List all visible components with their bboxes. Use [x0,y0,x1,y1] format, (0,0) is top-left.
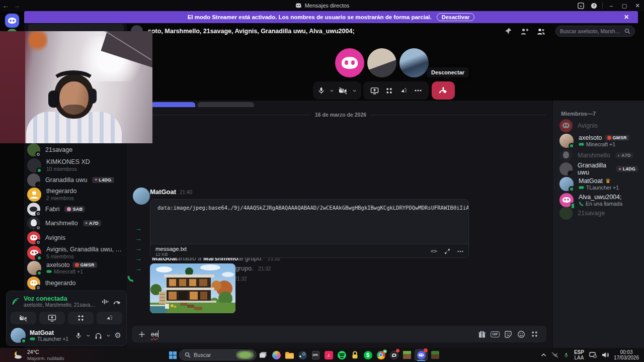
soundboard-button[interactable] [97,312,122,324]
password-lock-icon[interactable] [348,349,361,361]
emoji-icon[interactable] [515,330,527,338]
user-activity: TLauncher +1 [37,336,68,342]
language-indicator[interactable]: ESPLAA [574,349,584,361]
avatar [27,158,41,172]
file-explorer-icon[interactable] [283,349,296,361]
member-item[interactable]: Granadilla uwu ♥L4DG [556,162,641,176]
mic-icon[interactable] [317,86,325,95]
chrome-icon[interactable]: M [374,349,387,361]
dm-item[interactable]: Avignis [25,231,125,244]
soundwave-icon[interactable] [102,298,109,305]
tray-app-icon[interactable] [551,352,558,358]
activities-button[interactable] [68,312,94,324]
clock-date[interactable]: 00:0317/03/2026 [614,349,639,361]
network-icon[interactable] [589,352,597,358]
headphone-cup [48,90,59,108]
streamer-disable-button[interactable]: Desactivar [437,13,475,21]
attach-plus-icon[interactable] [138,330,146,338]
dm-item[interactable]: thegerardo2 miembros [25,186,125,203]
message-author[interactable]: MatGoat [150,188,176,196]
cash-app-icon[interactable]: $ [361,349,374,361]
user-avatar[interactable] [11,328,26,343]
dm-item[interactable]: KIMKONES XD10 miembros [25,157,125,173]
tray-mic-icon[interactable] [564,352,569,358]
image-attachment[interactable] [150,263,235,313]
spotify-icon[interactable] [335,349,348,361]
tiktok-icon[interactable]: ♪ [322,349,335,361]
more-options-icon[interactable] [415,89,422,92]
task-view-icon[interactable] [257,349,270,361]
sticker-icon[interactable] [502,330,514,338]
dm-item[interactable]: Avignis, Granadilla uwu, theger...5 miem… [25,244,125,261]
dm-name: thegerardo [46,188,76,195]
weather-widget[interactable]: 24°CMayorm. nublado [0,349,166,361]
discord-home-button[interactable] [5,14,19,28]
gift-icon[interactable] [476,330,488,338]
camera-off-button[interactable] [11,312,36,324]
activities-icon[interactable] [385,87,393,95]
call-avatar[interactable] [367,48,396,77]
pin-icon[interactable] [504,27,512,35]
chevron-down-icon[interactable] [86,333,91,338]
view-code-icon[interactable]: <> [431,248,437,254]
call-avatar[interactable] [335,48,364,77]
member-item[interactable]: axelsotoGMSR Minecraft +1 [556,132,641,149]
username[interactable]: MatGoat [30,329,71,336]
group-title[interactable]: soto, Marshmello, 21savage, Avignis, Gra… [148,28,355,35]
dm-item[interactable]: 21savage [25,143,125,156]
mic-icon[interactable] [75,332,82,339]
tab-pill-active[interactable] [151,102,195,107]
file-name[interactable]: message.txt [155,246,187,252]
discord-taskbar-icon[interactable] [415,349,428,361]
curtain [0,31,25,143]
composer-text[interactable]: ee [151,331,158,338]
headphones-icon[interactable] [95,332,102,339]
webcam-overlay[interactable] [0,31,152,143]
expand-icon[interactable] [444,248,450,254]
mic-camera-group [313,81,361,100]
hangup-icon[interactable] [113,298,121,306]
member-item[interactable]: Avignis [556,119,641,132]
message-composer[interactable]: ee GIF [132,326,546,342]
member-list-icon[interactable] [537,28,545,35]
member-item[interactable]: Marshmello ♦A7D [556,149,641,162]
minecraft-icon[interactable] [400,349,414,361]
obs-icon[interactable] [387,349,400,361]
dm-item[interactable]: Fabri SAB [25,202,125,216]
steam-icon[interactable] [296,349,309,361]
camera-off-icon[interactable] [339,87,348,95]
tlauncher-icon[interactable] [429,349,442,361]
more-options-icon[interactable] [457,250,463,252]
activities-icon[interactable] [528,330,540,338]
tab-pill[interactable] [198,102,254,107]
add-member-icon[interactable] [520,28,529,35]
banner-close-icon[interactable]: ✕ [624,14,629,21]
dm-item[interactable]: Marshmello ♦A7D [25,216,125,230]
member-item[interactable]: 21savage [556,206,641,220]
copilot-icon[interactable] [270,349,283,361]
call-avatar[interactable] [399,48,429,77]
dm-item[interactable]: axelsotoGMSR Minecraft +1 [25,259,125,276]
voice-status[interactable]: Voz conectada [24,295,98,302]
tray-expand-icon[interactable] [541,353,546,357]
screenshare-icon[interactable] [370,87,379,95]
soundboard-icon[interactable] [400,87,408,95]
disconnect-button[interactable] [432,81,455,100]
dm-item[interactable]: Granadilla uwu ♥L4DG [25,173,125,187]
volume-icon[interactable] [602,352,609,358]
screenshare-button[interactable] [39,312,65,324]
member-add-icon: → [127,235,150,242]
settings-gear-icon[interactable]: ⚙ [115,331,121,340]
message-avatar[interactable] [133,188,150,205]
member-item[interactable]: MatGoat♛ TLauncher +1 [556,175,641,192]
dm-item[interactable]: thegerardo [25,276,125,290]
chevron-down-icon[interactable] [352,88,357,93]
epic-games-icon[interactable]: EPIC [309,349,322,361]
taskbar-search[interactable]: Buscar [179,349,257,360]
chat-search-input[interactable]: Buscar axelsoto, Marshmello, 21... [555,26,635,37]
file-attachment-card[interactable]: data:image/jpeg;base64,/9j/4AAQSkZJRgABA… [150,199,469,258]
chevron-down-icon[interactable] [106,333,111,338]
gif-icon[interactable]: GIF [489,331,501,337]
chevron-down-icon[interactable] [330,88,334,93]
start-button[interactable] [166,349,179,361]
